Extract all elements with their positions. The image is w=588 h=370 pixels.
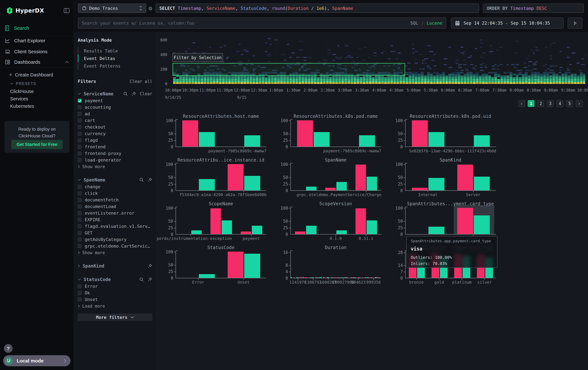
checkbox[interactable] [78,151,82,155]
checkbox[interactable] [78,145,82,149]
pagination-page-1[interactable]: 1 [528,100,535,107]
inlier-bar[interactable] [244,135,260,147]
pin-icon[interactable] [131,91,136,96]
inlier-bar[interactable] [359,135,375,147]
help-button[interactable]: ? [4,344,12,353]
inlier-bar[interactable] [199,179,215,190]
inlier-bar[interactable] [306,187,316,190]
run-query-button[interactable] [568,18,582,29]
filter-item[interactable]: GET [78,230,152,236]
inlier-bar[interactable] [199,132,215,147]
outlier-bar[interactable] [356,165,366,190]
lucene-toggle[interactable]: Lucene [427,20,442,26]
source-select[interactable]: Demo Traces [78,4,146,13]
pin-icon[interactable] [147,263,152,268]
analysis-mode-option[interactable]: Results Table [78,47,152,55]
outlier-bar[interactable] [412,188,428,190]
sidebar-item-client-sessions[interactable]: Client Sessions [0,48,74,56]
orderby-input[interactable]: ORDER BY Timestamp DESC [483,4,584,13]
more-filters-button[interactable]: More filters [78,313,152,321]
sidebar-item-services[interactable]: Services [0,95,74,102]
search-icon[interactable] [139,178,144,182]
checkbox[interactable] [78,244,82,248]
filter-item[interactable]: grpc.oteldemo.CartServic… [78,243,152,249]
pin-icon-wrap[interactable] [131,91,136,96]
sidebar-item-dashboards[interactable]: Dashboards [0,58,74,66]
pin-icon-wrap[interactable] [147,277,152,282]
inlier-bar[interactable] [306,226,316,234]
filter-item[interactable]: documentFetch [78,197,152,203]
filter-item[interactable]: frontend-proxy [78,150,152,157]
filter-group-clear[interactable]: Clear [140,91,152,96]
checkbox[interactable] [78,132,82,136]
pin-icon[interactable] [147,178,152,182]
filter-item[interactable]: payment [78,97,152,104]
heatmap-selection-box[interactable] [173,63,405,76]
analysis-mode-option[interactable]: Event Deltas [78,55,152,62]
analysis-mode-option[interactable]: Event Patterns [78,62,152,70]
checkbox[interactable] [78,224,82,228]
inlier-bar[interactable] [474,177,490,190]
filter-item[interactable]: currency [78,130,152,137]
checkbox[interactable] [78,105,82,109]
get-started-button[interactable]: Get Started for Free [11,140,63,149]
filter-item[interactable]: flagd.evaluation.v1.Serv… [78,223,152,230]
filter-group-header[interactable]: ServiceNameClear [78,90,152,97]
checkbox[interactable] [78,218,82,222]
outlier-bar[interactable] [356,208,366,234]
filter-item[interactable]: cart [78,117,152,124]
checkbox[interactable] [78,231,82,235]
checkbox[interactable] [78,238,82,241]
inlier-bar[interactable] [199,274,215,278]
show-more-button[interactable]: Show more [78,163,152,170]
checkbox[interactable] [78,291,82,295]
checkbox[interactable] [78,185,82,189]
inlier-bar[interactable] [244,176,260,190]
filter-by-selection-button[interactable]: Filter by Selection [172,53,223,62]
filter-group-header[interactable]: SpanName [78,176,152,183]
checkbox[interactable] [78,99,82,103]
pin-icon-wrap[interactable] [147,178,152,182]
filter-item[interactable]: EXPIRE [78,216,152,223]
select-query-input[interactable]: SELECT Timestamp, ServiceName, StatusCod… [156,4,479,13]
inlier-bar[interactable] [474,135,490,147]
pagination-next[interactable]: › [576,100,583,107]
sidebar-item-search[interactable]: Search [0,24,74,32]
chevron-down-icon[interactable] [78,93,81,95]
filter-item[interactable]: Ok [78,290,152,296]
inlier-bar[interactable] [191,230,202,234]
inlier-bar[interactable] [429,132,444,147]
clear-all-button[interactable]: Clear all [130,79,152,84]
inlier-bar[interactable] [429,178,444,190]
filter-item[interactable]: change [78,183,152,190]
pagination-page-3[interactable]: 3 [547,100,554,107]
chevron-right-icon[interactable] [78,264,80,268]
filter-item[interactable]: checkout [78,124,152,130]
checkbox[interactable] [78,191,82,195]
search-icon[interactable] [123,91,128,96]
inlier-bar[interactable] [367,177,377,190]
show-more-button[interactable]: Show more [78,249,152,256]
chevron-down-icon[interactable] [78,278,81,280]
outlier-bar[interactable] [241,231,251,234]
outlier-bar[interactable] [210,208,221,234]
sidebar-collapse-icon[interactable] [64,8,70,13]
outlier-bar[interactable] [182,120,198,147]
presets-toggle[interactable]: PRESETS [0,80,74,87]
search-input[interactable] [82,20,410,26]
search-icon-wrap[interactable] [139,277,144,282]
filter-group-header[interactable]: SpanKind [78,262,152,270]
filter-item[interactable]: Error [78,283,152,290]
filter-item[interactable]: flagd [78,137,152,143]
date-range-picker[interactable]: Sep 14 22:04:35 - Sep 15 10:04:35 [451,18,564,29]
pin-icon-wrap[interactable] [147,263,152,268]
pin-icon[interactable] [147,277,152,282]
checkbox[interactable] [78,205,82,209]
filter-item[interactable]: eventListener.error [78,210,152,216]
inlier-bar[interactable] [429,227,444,234]
outlier-bar[interactable] [228,252,244,278]
checkbox[interactable] [78,198,82,202]
filter-item[interactable]: ad [78,110,152,117]
checkbox[interactable] [78,284,82,288]
chevron-down-icon[interactable] [78,179,81,181]
